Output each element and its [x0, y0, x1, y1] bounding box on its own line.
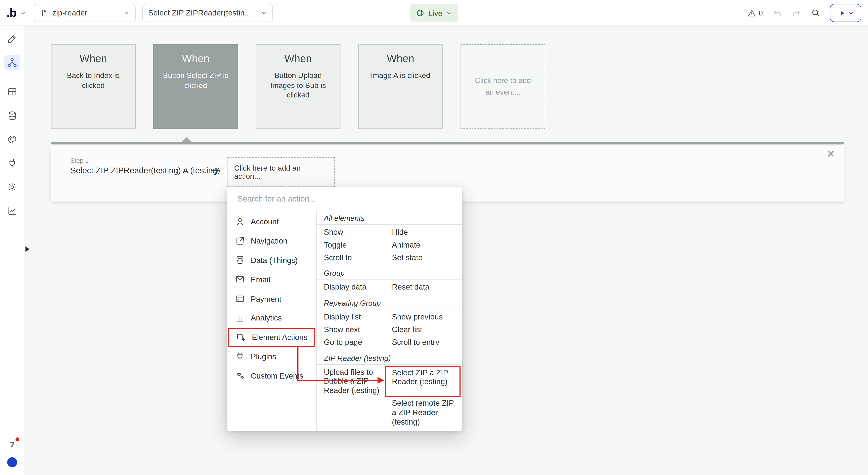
arrow-right-icon: [210, 166, 220, 176]
action-item[interactable]: Reset data: [385, 281, 462, 293]
sidebar-item-styles[interactable]: [4, 132, 20, 147]
close-icon[interactable]: ×: [827, 148, 834, 160]
app-selector-label: zip-reader: [53, 8, 119, 17]
undo-button[interactable]: [772, 8, 782, 18]
action-item[interactable]: Scroll to entry: [385, 336, 462, 349]
app-selector[interactable]: zip-reader: [34, 4, 135, 22]
search-button[interactable]: [811, 8, 820, 18]
chevron-down-icon: [848, 10, 853, 16]
category-label: Navigation: [251, 236, 287, 245]
sidebar-item-data[interactable]: [4, 108, 20, 123]
avatar[interactable]: [7, 457, 17, 467]
database-icon: [7, 111, 17, 121]
selected-event-pointer: [182, 137, 192, 142]
category-navigation[interactable]: Navigation: [227, 231, 316, 251]
sidebar-item-layout[interactable]: [4, 84, 20, 100]
workflow-icon: [7, 58, 17, 68]
search-input[interactable]: [236, 193, 453, 203]
environment-label: Live: [428, 9, 443, 18]
event-card-body: Back to Index is clicked: [52, 71, 135, 90]
help-button[interactable]: ?: [6, 438, 18, 450]
plug-icon: [235, 352, 245, 361]
event-card-title: When: [359, 53, 442, 65]
action-item[interactable]: Show: [317, 226, 385, 239]
page-selector[interactable]: Select ZIP ZIPReader(testin...: [142, 4, 273, 22]
category-data-things[interactable]: Data (Things): [227, 251, 316, 270]
action-item[interactable]: Show previous: [385, 311, 462, 323]
sidebar-item-workflow[interactable]: [4, 55, 20, 70]
action-item[interactable]: Hide: [385, 226, 462, 239]
event-card[interactable]: When Button Upload Images to Bub is clic…: [256, 44, 341, 129]
pencil-icon: [7, 34, 17, 44]
database-icon: [235, 255, 245, 265]
section-group: Group Display data Reset data: [317, 265, 462, 295]
action-item[interactable]: Display list: [317, 311, 385, 323]
action-item[interactable]: Show next: [317, 323, 385, 336]
sidebar-item-plugins[interactable]: [4, 156, 20, 171]
action-item[interactable]: Set state: [385, 251, 462, 264]
bubble-editor: .b zip-reader Select ZIP ZIPReader(testi…: [0, 0, 868, 475]
category-email[interactable]: Email: [227, 270, 316, 289]
action-item[interactable]: Display data: [317, 281, 385, 293]
section-zip-reader: ZIP Reader (testing) Upload files to Bub…: [317, 350, 462, 430]
preview-button[interactable]: [830, 4, 861, 22]
event-card-title: When: [52, 53, 135, 65]
sidebar-item-logs[interactable]: [4, 203, 20, 219]
issues-count: 0: [759, 9, 763, 17]
sidebar-item-design[interactable]: [4, 31, 20, 46]
category-label: Payment: [251, 294, 281, 303]
sidebar-bottom: ?: [0, 438, 24, 467]
action-item-select-remote-zip[interactable]: Select remote ZIP a ZIP Reader (testing): [385, 397, 462, 428]
category-plugins[interactable]: Plugins: [227, 347, 316, 366]
step-label: Step 1: [70, 157, 89, 164]
add-action-placeholder[interactable]: Click here to add an action...: [227, 157, 335, 187]
section-header: All elements: [317, 210, 462, 225]
action-item[interactable]: Animate: [385, 239, 462, 251]
palette-icon: [7, 134, 17, 145]
topbar-actions: 0: [747, 0, 861, 26]
element-plus-icon: [236, 332, 246, 342]
expand-panel-handle[interactable]: [25, 246, 30, 252]
gears-icon: [235, 371, 245, 381]
chevron-down-icon: [260, 10, 267, 16]
sidebar: ?: [0, 26, 24, 475]
action-item[interactable]: Clear list: [385, 323, 462, 336]
category-payment[interactable]: Payment: [227, 289, 316, 309]
event-card-body: Button Select ZIP is clicked: [154, 71, 238, 90]
event-card[interactable]: When Back to Index is clicked: [51, 44, 135, 129]
chart-icon: [7, 206, 17, 216]
action-grid: Show Hide Toggle Animate Scroll to Set s…: [317, 225, 462, 265]
environment-switcher[interactable]: Live: [410, 4, 458, 22]
action-item[interactable]: Toggle: [317, 239, 385, 251]
event-card-selected[interactable]: When Button Select ZIP is clicked: [153, 44, 238, 129]
section-repeating-group: Repeating Group Display list Show previo…: [317, 295, 462, 350]
category-custom-events[interactable]: Custom Events: [227, 366, 316, 385]
category-account[interactable]: Account: [227, 212, 316, 231]
action-item[interactable]: Go to page: [317, 336, 385, 349]
event-card[interactable]: When Image A is clicked: [358, 44, 443, 129]
event-card-body: Image A is clicked: [359, 71, 442, 81]
notification-dot: [16, 437, 19, 441]
action-item[interactable]: Scroll to: [317, 251, 385, 264]
action-item-select-zip[interactable]: Select ZIP a ZIP Reader (testing): [385, 366, 461, 397]
category-label: Element Actions: [252, 333, 308, 342]
category-label: Account: [251, 217, 279, 226]
redo-button[interactable]: [792, 8, 802, 18]
action-item-empty: [317, 397, 385, 428]
category-analytics[interactable]: Analytics: [227, 309, 316, 328]
action-item-upload-files[interactable]: Upload files to Bubble a ZIP Reader (tes…: [317, 366, 385, 397]
plug-icon: [7, 158, 17, 168]
issues-indicator[interactable]: 0: [747, 9, 763, 18]
sidebar-item-settings[interactable]: [4, 180, 20, 195]
category-label: Data (Things): [251, 256, 298, 265]
category-label: Custom Events: [251, 371, 303, 380]
section-header: Repeating Group: [317, 295, 462, 310]
chevron-down-icon: [446, 10, 452, 16]
add-event-placeholder[interactable]: Click here to add an event...: [461, 44, 545, 129]
workspace-menu[interactable]: .b: [7, 6, 25, 19]
section-header: ZIP Reader (testing): [317, 350, 462, 365]
category-element-actions[interactable]: Element Actions: [228, 327, 315, 347]
event-card-body: Button Upload Images to Bub is clicked: [256, 71, 340, 100]
events-divider-bar[interactable]: [51, 141, 844, 145]
action-categories: Account Navigation Data (Things) Email: [227, 210, 317, 431]
